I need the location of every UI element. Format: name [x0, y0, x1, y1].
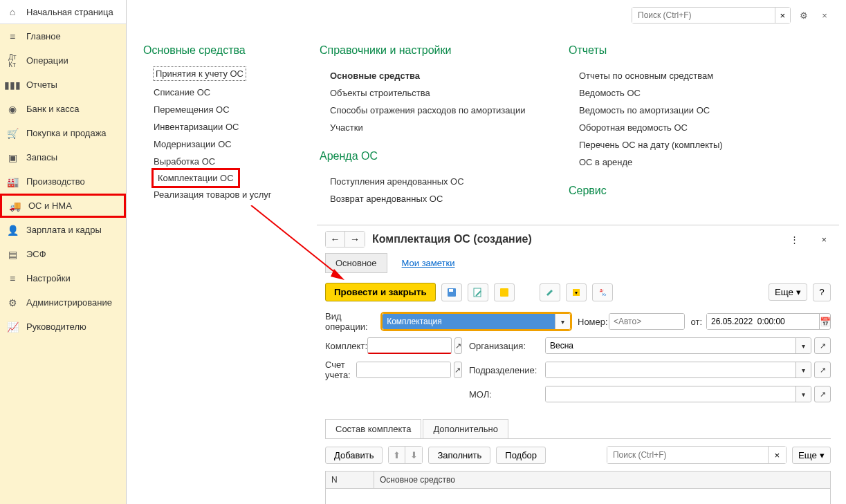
nav-fwd-btn[interactable]: → — [345, 232, 365, 247]
fill-button[interactable]: Заполнить — [428, 447, 490, 464]
close-icon[interactable]: × — [817, 234, 831, 245]
dept-open-btn[interactable]: ↗ — [814, 362, 831, 378]
section-os: Основные средства Принятия к учету ОС Сп… — [143, 44, 299, 207]
link-os-rented[interactable]: ОС в аренде — [579, 153, 762, 171]
link-os-ledger[interactable]: Ведомость ОС — [579, 84, 762, 102]
sidebar-item-admin[interactable]: ⚙ Администрирование — [0, 290, 126, 315]
sidebar-item-manager[interactable]: 📈 Руководителю — [0, 315, 126, 339]
link-writeoff-os[interactable]: Списание ОС — [154, 84, 299, 101]
link-os-reports[interactable]: Отчеты по основным средствам — [579, 67, 762, 84]
link-realization[interactable]: Реализация товаров и услуг — [154, 186, 299, 203]
sidebar-item-buy-sell[interactable]: 🛒 Покупка и продажа — [0, 121, 126, 145]
save-button[interactable] — [441, 283, 462, 301]
grid-more-button[interactable]: Еще▾ — [792, 447, 831, 464]
inner-tab-composition[interactable]: Состав комплекта — [325, 419, 421, 438]
grid-header: N Основное средство — [326, 472, 830, 489]
number-input[interactable] — [609, 314, 685, 329]
link-output-os[interactable]: Выработка ОС — [154, 153, 299, 170]
sidebar-label: ОС и НМА — [28, 200, 72, 211]
link-modernize-os[interactable]: Модернизации ОС — [154, 136, 299, 153]
kit-input[interactable] — [368, 338, 452, 353]
link-main-assets[interactable]: Основные средства — [330, 67, 548, 84]
calendar-icon[interactable]: 📅 — [819, 314, 831, 329]
inner-tab-additional[interactable]: Дополнительно — [423, 419, 508, 438]
dropdown-icon[interactable]: ▾ — [796, 362, 811, 377]
account-open-btn[interactable]: ↗ — [454, 362, 462, 378]
sidebar-item-production[interactable]: 🏭 Производство — [0, 169, 126, 194]
link-amort-ledger[interactable]: Ведомость по амортизации ОС — [579, 102, 762, 119]
account-input[interactable] — [357, 362, 451, 377]
link-complectation-os[interactable]: Комплектации ОС — [154, 170, 238, 186]
op-type-input[interactable] — [383, 314, 555, 329]
settings-icon-btn[interactable]: ⚙ — [796, 8, 811, 23]
cart-icon: 🛒 — [7, 128, 18, 139]
move-down-btn[interactable]: ⬇ — [405, 447, 422, 463]
section-reports: Отчеты Отчеты по основным средствам Ведо… — [569, 44, 762, 207]
link-amort-methods[interactable]: Способы отражения расходов по амортизаци… — [330, 102, 548, 119]
subsection-title: Аренда ОС — [320, 150, 548, 162]
link-accept-os[interactable]: Принятия к учету ОС — [154, 67, 246, 80]
mol-input[interactable] — [546, 386, 796, 402]
grid-col-asset[interactable]: Основное средство — [374, 472, 461, 488]
date-input[interactable] — [707, 314, 819, 329]
link-move-os[interactable]: Перемещения ОС — [154, 101, 299, 118]
edit-button[interactable] — [540, 283, 560, 301]
create-based-button[interactable]: ▾ — [566, 283, 587, 301]
grid-body[interactable] — [326, 489, 830, 504]
sidebar-item-operations[interactable]: ДтКт Операции — [0, 48, 126, 73]
sidebar-label: Руководителю — [26, 321, 86, 332]
grid-col-n[interactable]: N — [326, 472, 374, 488]
add-button[interactable]: Добавить — [325, 447, 383, 464]
sidebar-item-main[interactable]: ≡ Главное — [0, 24, 126, 48]
modal-form: ← → Комплектация ОС (создание) ⋮ × Основ… — [317, 225, 839, 504]
post-button[interactable] — [468, 283, 488, 301]
label-from: от: — [685, 317, 702, 327]
svg-text:▾: ▾ — [575, 290, 578, 296]
dropdown-icon[interactable]: ▾ — [796, 338, 811, 353]
link-construction[interactable]: Объекты строительства — [330, 84, 548, 102]
dt-kt-button[interactable]: ДтКт — [592, 283, 613, 301]
sidebar-item-reports[interactable]: ▮▮▮ Отчеты — [0, 73, 126, 97]
sidebar-item-esf[interactable]: ▤ ЭСФ — [0, 242, 126, 266]
sidebar-item-salary[interactable]: 👤 Зарплата и кадры — [0, 218, 126, 242]
link-inventory-os[interactable]: Инвентаризации ОС — [154, 118, 299, 136]
link-rent-return[interactable]: Возврат арендованных ОС — [330, 190, 548, 207]
move-up-btn[interactable]: ⬆ — [389, 447, 405, 463]
home-icon: ⌂ — [7, 6, 18, 17]
note-button[interactable] — [494, 283, 515, 301]
sidebar-home[interactable]: ⌂ Начальная страница — [0, 0, 126, 24]
sidebar-item-os-nma[interactable]: 🚚 ОС и НМА — [0, 194, 126, 218]
dept-input[interactable] — [546, 362, 796, 377]
close-section-btn[interactable]: × — [817, 8, 832, 23]
pick-button[interactable]: Подбор — [496, 447, 546, 464]
global-search-clear[interactable]: × — [775, 8, 790, 23]
more-button[interactable]: Еще▾ — [769, 283, 807, 301]
mol-open-btn[interactable]: ↗ — [814, 386, 831, 402]
document-icon: ▤ — [7, 249, 18, 260]
tab-notes[interactable]: Мои заметки — [392, 253, 466, 273]
link-plots[interactable]: Участки — [330, 119, 548, 136]
post-close-button[interactable]: Провести и закрыть — [325, 283, 436, 301]
grid-search-clear[interactable]: × — [768, 447, 786, 463]
link-os-list-date[interactable]: Перечень ОС на дату (комплекты) — [579, 136, 762, 153]
org-open-btn[interactable]: ↗ — [814, 337, 831, 354]
pencil-icon — [544, 287, 555, 298]
tab-main[interactable]: Основное — [325, 253, 387, 273]
sidebar-item-settings[interactable]: ≡ Настройки — [0, 266, 126, 290]
link-rent-in[interactable]: Поступления арендованных ОС — [330, 173, 548, 190]
operations-icon: ДтКт — [7, 55, 18, 66]
link-turnover[interactable]: Оборотная ведомость ОС — [579, 119, 762, 136]
sidebar-item-stock[interactable]: ▣ Запасы — [0, 145, 126, 169]
dropdown-icon[interactable]: ▾ — [555, 314, 570, 329]
help-button[interactable]: ? — [813, 283, 831, 301]
sidebar-item-bank[interactable]: ◉ Банк и касса — [0, 97, 126, 121]
dropdown-icon[interactable]: ▾ — [796, 386, 811, 402]
label-dept: Подразделение: — [469, 365, 545, 375]
grid-search-input[interactable] — [607, 447, 768, 463]
global-search-input[interactable] — [632, 8, 775, 23]
org-input[interactable] — [546, 338, 796, 353]
kebab-icon[interactable]: ⋮ — [786, 234, 803, 245]
form-area: Вид операции: ▾ Номер: от: 📅 — [317, 308, 839, 411]
nav-back-btn[interactable]: ← — [326, 232, 345, 247]
kit-open-btn[interactable]: ↗ — [454, 337, 462, 354]
